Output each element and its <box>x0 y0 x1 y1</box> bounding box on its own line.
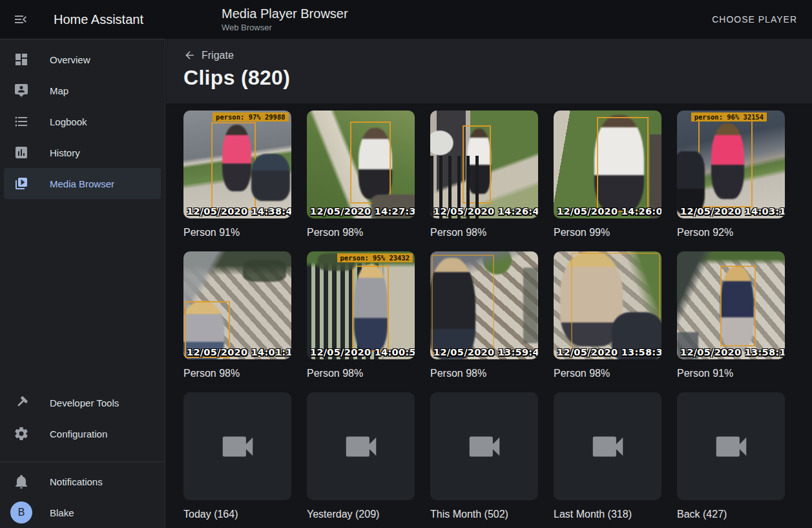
play-box-multiple-icon <box>14 176 29 191</box>
clip-card[interactable]: person: 96% 32154 12/05/2020 14:03:17 Pe… <box>677 111 785 238</box>
timestamp-overlay: 12/05/2020 13:59:49 <box>433 347 538 357</box>
sidebar-spacer <box>0 199 165 387</box>
sidebar-item-label: Media Browser <box>50 178 114 189</box>
arrow-left-icon <box>183 49 196 61</box>
folder-tile[interactable] <box>554 392 661 500</box>
detection-box <box>352 266 389 352</box>
folder-card-last-month[interactable]: Last Month (318) <box>554 392 661 520</box>
clip-thumbnail[interactable]: 12/05/2020 13:58:30 <box>554 251 661 359</box>
sidebar-item-configuration[interactable]: Configuration <box>4 418 161 449</box>
app-bar-left: Home Assistant <box>0 0 165 39</box>
sidebar-item-history[interactable]: History <box>4 137 161 168</box>
clip-card[interactable]: 12/05/2020 14:26:48 Person 98% <box>430 111 538 238</box>
clip-card[interactable]: 12/05/2020 14:01:14 Person 98% <box>183 251 291 379</box>
folder-caption: Today (164) <box>183 509 291 520</box>
clip-thumbnail[interactable]: person: 97% 29988 12/05/2020 14:38:47 <box>183 111 291 218</box>
timestamp-overlay: 12/05/2020 14:27:35 <box>310 206 415 216</box>
clip-card[interactable]: 12/05/2020 14:26:07 Person 99% <box>554 111 661 238</box>
sidebar-item-developer-tools[interactable]: Developer Tools <box>4 387 161 418</box>
media-grid-area: person: 97% 29988 12/05/2020 14:38:47 Pe… <box>166 103 812 528</box>
video-camera-icon <box>588 427 628 467</box>
page-title: Media Player Browser <box>222 6 348 21</box>
folder-caption: This Month (502) <box>430 509 538 520</box>
sidebar: Overview Map Logbook History Media Brows… <box>0 39 165 528</box>
folder-tile[interactable] <box>430 392 538 500</box>
content-header: Frigate Clips (820) <box>166 39 812 103</box>
clip-thumbnail[interactable]: 12/05/2020 13:58:17 <box>677 251 785 359</box>
hammer-icon <box>14 395 29 410</box>
clip-caption: Person 98% <box>430 227 538 238</box>
video-camera-icon <box>711 427 751 467</box>
timestamp-overlay: 12/05/2020 13:58:17 <box>680 347 785 357</box>
folder-tile[interactable] <box>677 392 785 500</box>
clip-thumbnail[interactable]: 12/05/2020 14:26:48 <box>430 111 538 218</box>
clip-caption: Person 92% <box>677 227 785 238</box>
main-content: Frigate Clips (820) person: 97% 29988 12… <box>166 39 812 528</box>
clip-thumbnail[interactable]: person: 96% 32154 12/05/2020 14:03:17 <box>677 111 785 218</box>
clip-caption: Person 98% <box>307 227 415 238</box>
detection-box <box>211 122 255 209</box>
clip-thumbnail[interactable]: 12/05/2020 14:27:35 <box>307 111 415 218</box>
sidebar-item-media-browser[interactable]: Media Browser <box>4 168 161 199</box>
media-grid: person: 97% 29988 12/05/2020 14:38:47 Pe… <box>183 111 784 520</box>
sidebar-toggle-icon[interactable] <box>13 12 28 27</box>
folder-caption: Last Month (318) <box>554 509 661 520</box>
timestamp-overlay: 12/05/2020 14:38:47 <box>187 206 291 216</box>
detection-box <box>698 120 753 207</box>
breadcrumb-label: Frigate <box>202 50 234 61</box>
clip-thumbnail[interactable]: 12/05/2020 13:59:49 <box>430 251 538 359</box>
folder-card-back[interactable]: Back (427) <box>677 392 785 520</box>
clip-card[interactable]: person: 95% 23432 12/05/2020 14:00:52 Pe… <box>307 251 415 379</box>
choose-player-button[interactable]: CHOOSE PLAYER <box>707 0 802 39</box>
detection-box <box>597 117 649 212</box>
sidebar-divider <box>0 461 165 462</box>
clip-thumbnail[interactable]: 12/05/2020 14:26:07 <box>554 111 661 218</box>
folder-card-this-month[interactable]: This Month (502) <box>430 392 538 520</box>
clip-card[interactable]: 12/05/2020 14:27:35 Person 98% <box>307 111 415 238</box>
timestamp-overlay: 12/05/2020 14:03:17 <box>680 206 785 216</box>
timestamp-overlay: 12/05/2020 14:26:07 <box>557 206 661 216</box>
clip-caption: Person 98% <box>430 368 538 379</box>
sidebar-item-label: Developer Tools <box>50 397 119 408</box>
clip-card[interactable]: person: 97% 29988 12/05/2020 14:38:47 Pe… <box>183 111 291 238</box>
sidebar-item-label: Overview <box>50 54 90 65</box>
folder-caption: Yesterday (209) <box>307 509 415 520</box>
folder-caption: Back (427) <box>677 509 785 520</box>
detection-box <box>571 253 661 352</box>
clip-card[interactable]: 12/05/2020 13:59:49 Person 98% <box>430 251 538 379</box>
folder-card-today[interactable]: Today (164) <box>183 392 291 520</box>
profile-name: Blake <box>50 507 74 518</box>
folder-card-yesterday[interactable]: Yesterday (209) <box>307 392 415 520</box>
sidebar-item-label: History <box>50 147 80 158</box>
sidebar-item-logbook[interactable]: Logbook <box>4 106 161 137</box>
detection-label: person: 97% 29988 <box>213 112 288 121</box>
sidebar-item-profile[interactable]: B Blake <box>4 497 161 528</box>
detection-label: person: 96% 32154 <box>691 112 767 121</box>
clip-caption: Person 91% <box>183 227 291 238</box>
folder-tile[interactable] <box>307 392 415 500</box>
detection-box <box>432 255 494 354</box>
timestamp-overlay: 12/05/2020 14:01:14 <box>187 347 291 357</box>
video-camera-icon <box>341 427 381 467</box>
dashboard-icon <box>14 52 29 67</box>
map-person-icon <box>14 83 29 98</box>
page-header: Media Player Browser Web Browser <box>222 6 348 32</box>
clip-card[interactable]: 12/05/2020 13:58:17 Person 91% <box>677 251 785 379</box>
app-bar: Home Assistant Media Player Browser Web … <box>0 0 812 39</box>
clip-thumbnail[interactable]: person: 95% 23432 12/05/2020 14:00:52 <box>307 251 415 359</box>
clip-caption: Person 91% <box>677 368 785 379</box>
chart-icon <box>14 145 29 160</box>
detection-box <box>350 121 391 204</box>
sidebar-item-map[interactable]: Map <box>4 75 161 106</box>
breadcrumb[interactable]: Frigate <box>183 49 234 61</box>
section-title: Clips (820) <box>183 66 812 90</box>
sidebar-item-notifications[interactable]: Notifications <box>4 466 161 497</box>
clip-thumbnail[interactable]: 12/05/2020 14:01:14 <box>183 251 291 359</box>
clip-caption: Person 98% <box>307 368 415 379</box>
clip-card[interactable]: 12/05/2020 13:58:30 Person 98% <box>554 251 661 379</box>
bell-icon <box>14 474 29 489</box>
sidebar-item-label: Configuration <box>50 428 107 439</box>
app-title: Home Assistant <box>54 12 143 27</box>
folder-tile[interactable] <box>183 392 291 500</box>
sidebar-item-overview[interactable]: Overview <box>4 44 161 75</box>
